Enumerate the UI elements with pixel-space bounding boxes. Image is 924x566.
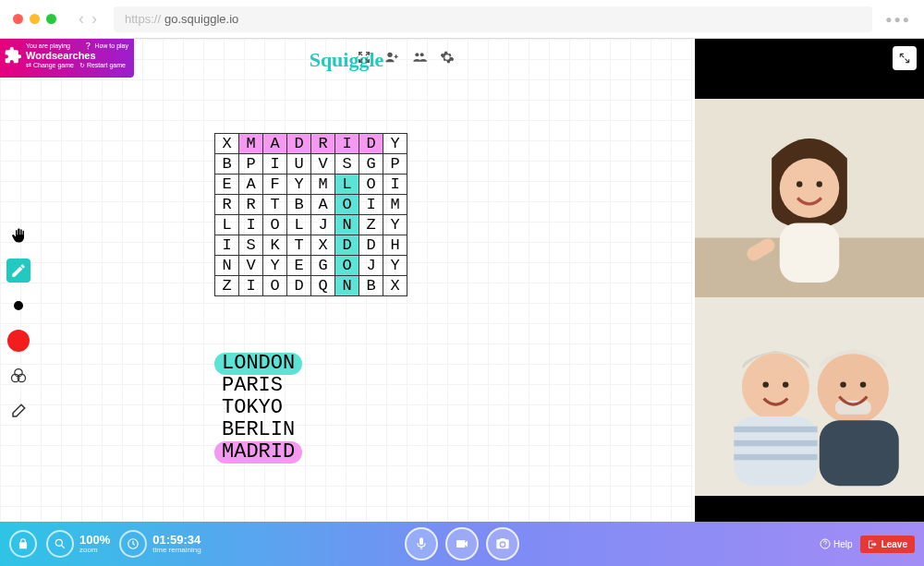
word-list-item: BERLIN — [214, 419, 302, 441]
camera-button[interactable] — [445, 527, 479, 560]
grid-cell[interactable]: S — [335, 154, 359, 175]
grid-cell[interactable]: T — [263, 195, 287, 215]
minimize-window-icon[interactable] — [30, 14, 40, 24]
leave-button[interactable]: Leave — [860, 536, 915, 553]
nav-back-icon[interactable]: ‹ — [75, 9, 88, 29]
grid-cell[interactable]: O — [335, 195, 359, 215]
grid-cell[interactable]: G — [359, 154, 383, 175]
grid-cell[interactable]: J — [311, 215, 335, 235]
eraser-tool[interactable] — [6, 399, 30, 423]
word-list-item: PARIS — [214, 375, 290, 397]
change-game-button[interactable]: ⇄ Change game — [26, 62, 74, 69]
grid-cell[interactable]: H — [383, 235, 407, 256]
grid-cell[interactable]: X — [383, 276, 407, 296]
grid-cell[interactable]: N — [335, 215, 359, 235]
grid-cell[interactable]: B — [359, 276, 383, 296]
grid-cell[interactable]: I — [383, 175, 407, 195]
grid-cell[interactable]: J — [359, 256, 383, 276]
grid-cell[interactable]: K — [263, 235, 287, 256]
minimize-icon[interactable] — [357, 50, 371, 65]
grid-cell[interactable]: O — [335, 256, 359, 276]
grid-cell[interactable]: V — [311, 154, 335, 175]
wordsearch-grid[interactable]: XMADRIDYBPIUVSGPEAFYMLOIRRTBAOIMLIOLJNZY… — [214, 133, 407, 296]
grid-cell[interactable]: B — [215, 154, 239, 175]
grid-cell[interactable]: N — [215, 256, 239, 276]
maximize-window-icon[interactable] — [46, 14, 56, 24]
grid-cell[interactable]: X — [311, 235, 335, 256]
grid-cell[interactable]: I — [239, 215, 263, 235]
grid-cell[interactable]: D — [335, 235, 359, 256]
lock-button[interactable] — [9, 530, 37, 558]
grid-cell[interactable]: I — [239, 276, 263, 296]
grid-cell[interactable]: Z — [215, 276, 239, 296]
settings-icon[interactable] — [440, 50, 455, 65]
restart-game-button[interactable]: ↻ Restart game — [79, 62, 126, 69]
grid-cell[interactable]: Q — [311, 276, 335, 296]
how-to-play-link[interactable]: ❔ How to play — [84, 42, 128, 50]
snapshot-button[interactable] — [486, 527, 519, 560]
grid-cell[interactable]: A — [239, 175, 263, 195]
grid-cell[interactable]: F — [263, 175, 287, 195]
grid-cell[interactable]: L — [215, 215, 239, 235]
grid-cell[interactable]: P — [383, 154, 407, 175]
grid-cell[interactable]: G — [311, 256, 335, 276]
hand-tool[interactable] — [6, 223, 30, 247]
color-swatch[interactable] — [6, 329, 30, 353]
grid-cell[interactable]: Y — [383, 134, 407, 154]
expand-video-icon[interactable] — [893, 46, 917, 70]
grid-cell[interactable]: O — [263, 276, 287, 296]
grid-cell[interactable]: T — [287, 235, 311, 256]
grid-cell[interactable]: E — [215, 175, 239, 195]
grid-cell[interactable]: R — [239, 195, 263, 215]
grid-cell[interactable]: X — [215, 134, 239, 154]
grid-cell[interactable]: R — [311, 134, 335, 154]
grid-cell[interactable]: U — [287, 154, 311, 175]
grid-cell[interactable]: V — [239, 256, 263, 276]
grid-cell[interactable]: A — [311, 195, 335, 215]
grid-cell[interactable]: M — [311, 175, 335, 195]
grid-cell[interactable]: D — [287, 276, 311, 296]
grid-cell[interactable]: O — [263, 215, 287, 235]
video-feed-2[interactable] — [695, 297, 924, 496]
whiteboard-canvas[interactable]: Squiggle You are playing ❔ How to play W… — [0, 39, 693, 524]
grid-cell[interactable]: N — [335, 276, 359, 296]
grid-cell[interactable]: M — [239, 134, 263, 154]
mic-button[interactable] — [405, 527, 438, 560]
nav-forward-icon[interactable]: › — [88, 9, 101, 29]
grid-cell[interactable]: I — [263, 154, 287, 175]
video-feed-1[interactable] — [695, 99, 924, 297]
grid-cell[interactable]: M — [383, 195, 407, 215]
grid-cell[interactable]: Y — [383, 256, 407, 276]
grid-cell[interactable]: Y — [287, 175, 311, 195]
help-button[interactable]: Help — [820, 538, 853, 549]
grid-cell[interactable]: L — [287, 215, 311, 235]
add-user-icon[interactable] — [384, 50, 399, 65]
zoom-control[interactable]: 100%zoom — [46, 530, 110, 558]
grid-cell[interactable]: D — [287, 134, 311, 154]
grid-cell[interactable]: S — [239, 235, 263, 256]
grid-cell[interactable]: B — [287, 195, 311, 215]
grid-cell[interactable]: D — [359, 134, 383, 154]
grid-cell[interactable]: R — [215, 195, 239, 215]
browser-menu-icon[interactable]: ●●● — [885, 13, 911, 26]
svg-point-27 — [55, 539, 62, 546]
grid-cell[interactable]: Y — [383, 215, 407, 235]
grid-cell[interactable]: Y — [263, 256, 287, 276]
pen-tool[interactable] — [6, 259, 30, 283]
grid-cell[interactable]: E — [287, 256, 311, 276]
grid-cell[interactable]: L — [335, 175, 359, 195]
close-window-icon[interactable] — [13, 14, 23, 24]
grid-cell[interactable]: D — [359, 235, 383, 256]
grid-cell[interactable]: P — [239, 154, 263, 175]
grid-cell[interactable]: I — [215, 235, 239, 256]
small-brush[interactable] — [6, 294, 30, 318]
grid-cell[interactable]: I — [335, 134, 359, 154]
participants-icon[interactable] — [412, 50, 427, 65]
grid-cell[interactable]: A — [263, 134, 287, 154]
svg-rect-20 — [734, 440, 817, 446]
layers-tool[interactable] — [6, 364, 30, 388]
address-bar[interactable]: https:// go.squiggle.io — [114, 6, 872, 32]
grid-cell[interactable]: I — [359, 195, 383, 215]
grid-cell[interactable]: Z — [359, 215, 383, 235]
grid-cell[interactable]: O — [359, 175, 383, 195]
